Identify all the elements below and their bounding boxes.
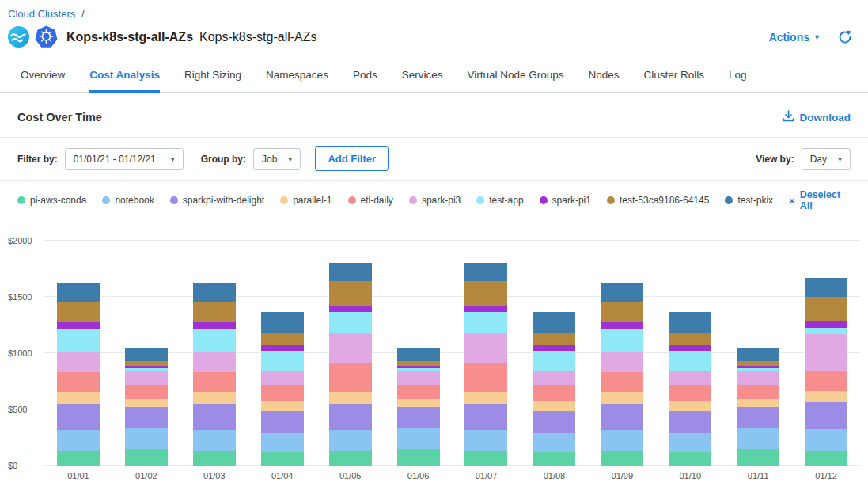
bar-segment-spark-pi1[interactable]	[57, 322, 100, 329]
legend-item-notebook[interactable]: notebook	[102, 195, 154, 206]
bar-segment-parallel-1[interactable]	[193, 392, 236, 404]
bar-segment-test-app[interactable]	[805, 328, 847, 334]
stacked-bar-01-12[interactable]	[805, 278, 847, 466]
bar-segment-pi-aws-conda[interactable]	[533, 452, 575, 466]
tab-nodes[interactable]: Nodes	[589, 61, 620, 93]
bar-segment-parallel-1[interactable]	[261, 401, 304, 411]
bar-segment-pi-aws-conda[interactable]	[669, 452, 711, 466]
bar-segment-test-app[interactable]	[533, 351, 575, 371]
bar-segment-notebook[interactable]	[125, 428, 168, 449]
bar-segment-etl-daily[interactable]	[57, 372, 100, 392]
bar-segment-spark-pi1[interactable]	[669, 345, 711, 351]
bar-segment-test-53ca9186-64145[interactable]	[57, 302, 100, 322]
bar-segment-spark-pi3[interactable]	[533, 371, 575, 385]
bar-segment-parallel-1[interactable]	[125, 399, 168, 408]
add-filter-button[interactable]: Add Filter	[315, 146, 389, 171]
tab-namespaces[interactable]: Namespaces	[266, 61, 328, 93]
bar-segment-notebook[interactable]	[329, 430, 372, 451]
bar-segment-test-pkix[interactable]	[397, 348, 440, 361]
bar-segment-pi-aws-conda[interactable]	[193, 451, 236, 466]
bar-segment-pi-aws-conda[interactable]	[601, 451, 643, 466]
stacked-bar-01-01[interactable]	[57, 283, 100, 466]
bar-segment-parallel-1[interactable]	[669, 401, 711, 411]
bar-segment-notebook[interactable]	[57, 430, 100, 451]
breadcrumb-link-cloud-clusters[interactable]: Cloud Clusters	[8, 8, 75, 20]
bar-segment-test-pkix[interactable]	[464, 263, 507, 281]
date-range-select[interactable]: 01/01/21 - 01/12/21 ▾	[65, 148, 184, 170]
stacked-bar-01-06[interactable]	[397, 348, 440, 466]
actions-button[interactable]: Actions ▾	[769, 31, 819, 44]
bar-segment-test-app[interactable]	[329, 312, 372, 333]
stacked-bar-01-08[interactable]	[533, 312, 575, 466]
bar-segment-test-53ca9186-64145[interactable]	[464, 281, 507, 306]
bar-segment-spark-pi1[interactable]	[193, 322, 236, 329]
bar-segment-spark-pi3[interactable]	[397, 371, 440, 384]
tab-cost-analysis[interactable]: Cost Analysis	[89, 61, 160, 93]
bar-segment-test-53ca9186-64145[interactable]	[601, 302, 643, 322]
bar-segment-notebook[interactable]	[464, 430, 507, 451]
tab-right-sizing[interactable]: Right Sizing	[184, 61, 241, 93]
bar-segment-parallel-1[interactable]	[464, 392, 507, 404]
bar-segment-sparkpi-with-delight[interactable]	[533, 411, 575, 433]
bar-segment-parallel-1[interactable]	[737, 399, 779, 408]
bar-segment-spark-pi1[interactable]	[601, 322, 643, 329]
bar-segment-test-pkix[interactable]	[193, 283, 236, 302]
bar-segment-test-pkix[interactable]	[533, 312, 575, 333]
bar-segment-pi-aws-conda[interactable]	[261, 452, 304, 466]
bar-segment-parallel-1[interactable]	[805, 391, 847, 403]
bar-segment-etl-daily[interactable]	[669, 385, 711, 401]
bar-segment-etl-daily[interactable]	[601, 372, 643, 392]
bar-segment-test-pkix[interactable]	[669, 312, 711, 333]
bar-segment-test-app[interactable]	[193, 329, 236, 352]
bar-segment-notebook[interactable]	[533, 433, 575, 452]
legend-item-spark-pi1[interactable]: spark-pi1	[540, 195, 591, 206]
tab-log[interactable]: Log	[729, 61, 747, 93]
bar-segment-parallel-1[interactable]	[533, 401, 575, 411]
bar-segment-test-pkix[interactable]	[329, 263, 372, 281]
stacked-bar-01-04[interactable]	[261, 312, 304, 466]
bar-segment-spark-pi3[interactable]	[464, 333, 507, 363]
bar-segment-test-pkix[interactable]	[805, 278, 847, 297]
bar-segment-spark-pi3[interactable]	[601, 352, 643, 372]
bar-segment-notebook[interactable]	[669, 433, 711, 452]
stacked-bar-01-07[interactable]	[464, 263, 507, 466]
bar-segment-spark-pi1[interactable]	[329, 306, 372, 313]
stacked-bar-01-09[interactable]	[601, 283, 643, 466]
legend-item-etl-daily[interactable]: etl-daily	[348, 195, 393, 206]
bar-segment-sparkpi-with-delight[interactable]	[261, 411, 304, 433]
bar-segment-spark-pi1[interactable]	[261, 345, 304, 351]
bar-segment-test-53ca9186-64145[interactable]	[193, 302, 236, 322]
group-by-select[interactable]: Job ▾	[253, 148, 301, 170]
stacked-bar-01-03[interactable]	[193, 283, 236, 466]
bar-segment-etl-daily[interactable]	[397, 385, 440, 399]
bar-segment-test-app[interactable]	[261, 351, 304, 371]
bar-segment-notebook[interactable]	[737, 428, 779, 449]
stacked-bar-01-05[interactable]	[329, 263, 372, 466]
bar-segment-test-53ca9186-64145[interactable]	[669, 333, 711, 345]
bar-segment-parallel-1[interactable]	[57, 392, 100, 404]
bar-segment-spark-pi3[interactable]	[57, 352, 100, 372]
bar-segment-test-app[interactable]	[464, 312, 507, 333]
bar-segment-notebook[interactable]	[193, 430, 236, 451]
bar-segment-etl-daily[interactable]	[464, 363, 507, 392]
bar-segment-spark-pi3[interactable]	[329, 333, 372, 363]
tab-pods[interactable]: Pods	[353, 61, 377, 93]
tab-virtual-node-groups[interactable]: Virtual Node Groups	[467, 61, 563, 93]
bar-segment-etl-daily[interactable]	[261, 385, 304, 401]
bar-segment-pi-aws-conda[interactable]	[397, 449, 440, 466]
bar-segment-sparkpi-with-delight[interactable]	[397, 407, 440, 428]
bar-segment-etl-daily[interactable]	[193, 372, 236, 392]
download-button[interactable]: Download	[783, 110, 851, 124]
deselect-all-button[interactable]: × Deselect All	[789, 189, 851, 211]
stacked-bar-01-10[interactable]	[669, 312, 711, 466]
bar-segment-notebook[interactable]	[601, 430, 643, 451]
bar-segment-pi-aws-conda[interactable]	[125, 449, 168, 466]
bar-segment-test-53ca9186-64145[interactable]	[533, 333, 575, 345]
bar-segment-pi-aws-conda[interactable]	[57, 451, 100, 466]
tab-services[interactable]: Services	[402, 61, 443, 93]
legend-item-sparkpi-with-delight[interactable]: sparkpi-with-delight	[170, 195, 264, 206]
bar-segment-spark-pi3[interactable]	[737, 371, 779, 384]
bar-segment-sparkpi-with-delight[interactable]	[805, 402, 847, 428]
bar-segment-etl-daily[interactable]	[329, 363, 372, 392]
legend-item-spark-pi3[interactable]: spark-pi3	[409, 195, 461, 206]
